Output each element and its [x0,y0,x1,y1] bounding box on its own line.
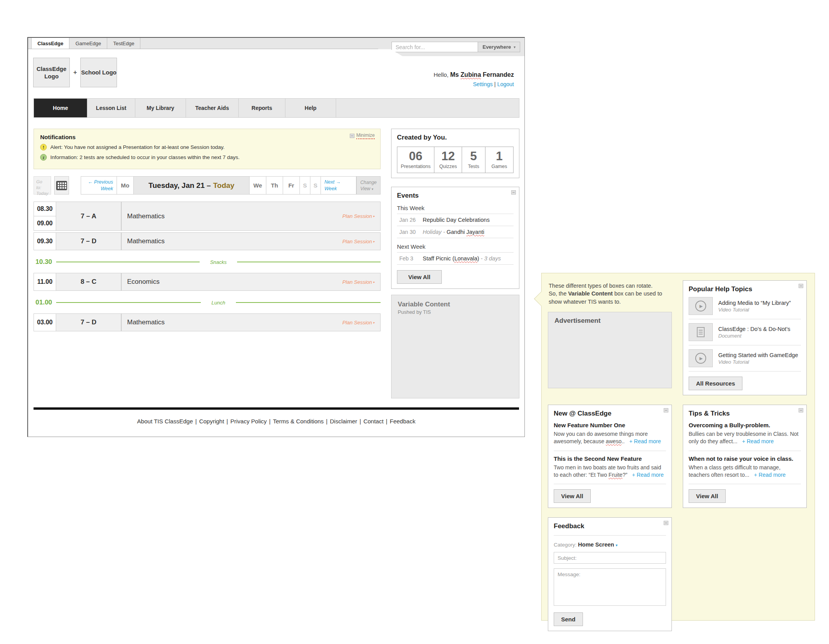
article-text: ?” [622,472,627,478]
main-nav: Home Lesson List My Library Teacher Aids… [34,98,519,118]
current-day-cell[interactable]: Tuesday, Jan 21 – Today [134,177,250,194]
minimize-icon[interactable]: – [664,521,668,525]
chevron-down-icon[interactable]: ▾ [616,543,618,547]
footer-separator: | [386,418,388,425]
tips-view-all-button[interactable]: View All [689,489,726,503]
created-by-you-title: Created by You. [397,134,514,142]
day-cell-wednesday[interactable]: We [250,177,266,194]
note-line-1: These different types of boxes can rotat… [549,283,653,289]
logout-link[interactable]: Logout [497,81,514,87]
stat-tests: 5 Tests [462,147,485,173]
footer-link-disclaimer[interactable]: Disclaimer [330,418,357,425]
topic-type: Video Tutorial [718,307,791,313]
footer-link-privacy[interactable]: Privacy Policy [230,418,267,425]
help-topic-item[interactable]: ▶ Adding Media to “My Library” Video Tut… [689,293,801,319]
day-cell-thursday[interactable]: Th [266,177,283,194]
nav-tab-teacher-aids[interactable]: Teacher Aids [186,99,239,117]
next-week-label-2: Week [324,186,341,192]
stat-label: Tests [464,164,483,169]
chevron-down-icon: ▾ [372,187,374,191]
previous-week-link[interactable]: ← Previous Week [81,177,117,194]
minimize-icon[interactable]: – [664,408,668,412]
article-text: Fruite [609,472,623,478]
search-input[interactable] [391,42,478,52]
intro-and-ad-cell: These different types of boxes can rotat… [548,280,672,388]
speech-bubble-pointer [534,291,549,306]
plus-sign: + [73,69,77,76]
all-resources-button[interactable]: All Resources [689,377,742,390]
read-more-link[interactable]: + Read more [629,438,661,444]
nav-tab-reports[interactable]: Reports [239,99,285,117]
nav-tab-lesson-list[interactable]: Lesson List [87,99,135,117]
session-class: 7 – D [56,232,121,250]
plan-session-link[interactable]: Plan Session ▸ [342,213,375,219]
session-class: 7 – D [56,313,121,331]
top-tab-classedge[interactable]: ClassEdge [32,38,69,49]
user-last-name: Fernandez [483,71,514,78]
event-row: Jan 30 Holiday - Gandhi Jayanti [397,226,514,238]
session-subject: Economics [127,278,159,286]
minimize-icon[interactable]: – [799,284,803,288]
nav-tab-home[interactable]: Home [34,99,87,117]
news-article: New Feature Number One Now you can do aw… [554,418,666,451]
day-cell-saturday[interactable]: S [300,177,310,194]
caret-right-icon: ▸ [373,240,375,243]
next-week-link[interactable]: Next → Week [321,177,356,194]
minimize-label: Minimize [356,133,375,139]
help-topic-item[interactable]: ▶ Getting Started with GameEdge Video Tu… [689,345,801,372]
event-holiday-label: Holiday - [423,229,445,235]
day-cell-monday[interactable]: Mo [117,177,134,194]
settings-link[interactable]: Settings [473,81,493,87]
feedback-subject-input[interactable] [554,552,666,564]
category-value[interactable]: Home Screen [578,541,614,548]
nav-tab-help[interactable]: Help [285,99,336,117]
article-body: Two men in two boats ate two fruits and … [554,464,666,479]
nav-tab-my-library[interactable]: My Library [135,99,186,117]
new-at-classedge-panel: – New @ ClassEdge New Feature Number One… [548,405,672,508]
feedback-message-input[interactable] [554,568,666,606]
event-date: Jan 26 [399,217,419,223]
read-more-link[interactable]: + Read more [632,472,664,478]
minimize-icon[interactable]: – [799,408,803,412]
read-more-link[interactable]: + Read more [754,472,786,478]
footer-link-contact[interactable]: Contact [363,418,384,425]
article-text: aweso [606,438,622,444]
news-view-all-button[interactable]: View All [554,489,591,503]
day-cell-sunday[interactable]: S [310,177,321,194]
events-view-all-button[interactable]: View All [397,270,442,284]
events-title: Events [397,192,514,200]
change-view-label-2: View [360,186,370,191]
top-tab-testedge[interactable]: TestEdge [107,38,140,49]
footer-link-feedback[interactable]: Feedback [390,418,416,425]
feedback-send-button[interactable]: Send [554,612,583,626]
event-text-part: Staff Picnic ( [423,255,454,262]
calendar-button[interactable] [54,176,69,195]
article-body: Now you can do awesome things more aweso… [554,430,666,446]
minimize-control[interactable]: – Minimize [350,133,375,139]
popular-help-topics-panel: – Popular Help Topics ▶ Adding Media to … [683,280,807,395]
article-headline: New Feature Number One [554,422,666,428]
tips-and-tricks-panel: – Tips & Tricks Overcoming a Bully-probl… [683,405,807,508]
footer-link-about[interactable]: About TIS ClassEdge [137,418,193,425]
top-tab-gameedge[interactable]: GameEdge [69,38,107,49]
current-date-label: Tuesday, Jan 21 – [149,181,211,190]
video-thumbnail: ▶ [689,349,713,367]
footer-link-terms[interactable]: Terms & Conditions [273,418,324,425]
plan-session-link[interactable]: Plan Session ▸ [342,320,375,326]
day-cell-friday[interactable]: Fr [283,177,300,194]
search-scope-dropdown[interactable]: Everywhere ▾ [478,42,520,52]
plan-session-link[interactable]: Plan Session ▸ [342,239,375,244]
events-week-heading: Next Week [397,243,514,250]
goto-today-button[interactable]: Go to: Today [34,176,51,195]
help-topic-item[interactable]: ClassEdge : Do’s & Do-Not’s Document [689,319,801,345]
read-more-link[interactable]: + Read more [742,438,774,444]
notification-alert: ! Alert: You have not assigned a Present… [40,144,374,150]
minimize-icon[interactable]: – [511,190,516,195]
footer-link-copyright[interactable]: Copyright [199,418,224,425]
change-view-dropdown[interactable]: Change View ▾ [356,176,381,195]
footer-separator: | [227,418,228,425]
video-thumbnail: ▶ [689,297,713,315]
feedback-title: Feedback [554,522,666,530]
feedback-panel: – Feedback Category: Home Screen ▾ Send [548,517,672,631]
plan-session-link[interactable]: Plan Session ▸ [342,279,375,285]
